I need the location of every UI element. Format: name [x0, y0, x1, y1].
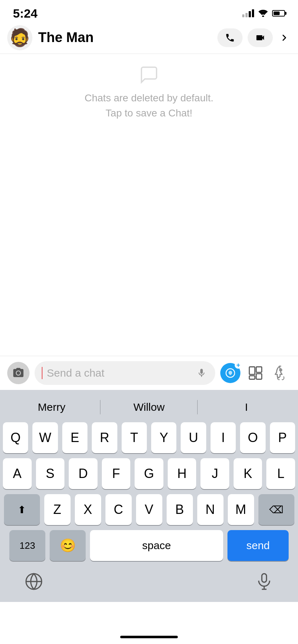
svg-rect-3 — [249, 367, 255, 374]
key-rows: Q W E R T Y U I O P A S D F G H J K L ⬆ … — [3, 422, 295, 566]
key-row-4: 123 😊 space send — [3, 530, 295, 561]
sticker-icon — [247, 365, 264, 381]
key-k[interactable]: K — [234, 458, 262, 489]
battery-icon — [272, 10, 285, 17]
wifi-icon — [258, 10, 268, 17]
video-button[interactable] — [248, 28, 273, 47]
svg-point-0 — [262, 15, 264, 17]
key-n[interactable]: N — [197, 494, 224, 525]
send-key[interactable]: send — [227, 530, 289, 561]
key-l[interactable]: L — [266, 458, 295, 489]
key-z[interactable]: Z — [44, 494, 71, 525]
mic-input-icon — [197, 368, 207, 378]
key-row-3: ⬆ Z X C V B N M ⌫ — [3, 494, 295, 525]
camera-button[interactable] — [7, 362, 30, 384]
key-v[interactable]: V — [136, 494, 162, 525]
camera-icon — [12, 367, 24, 379]
shift-key[interactable]: ⬆ — [4, 494, 40, 525]
sticker-button[interactable] — [245, 363, 266, 383]
key-s[interactable]: S — [36, 458, 65, 489]
key-c[interactable]: C — [105, 494, 132, 525]
snap-button-wrap: + — [220, 363, 240, 383]
chat-empty-icon — [139, 65, 159, 85]
signal-icon — [242, 9, 254, 17]
delete-key[interactable]: ⌫ — [258, 494, 294, 525]
emoji-key[interactable]: 😊 — [50, 530, 86, 561]
snap-button[interactable]: + — [220, 363, 240, 383]
key-row-1: Q W E R T Y U I O P — [3, 422, 295, 453]
key-g[interactable]: G — [135, 458, 163, 489]
chat-placeholder: Send a chat — [47, 367, 191, 379]
more-button[interactable] — [278, 31, 291, 44]
rocket-button[interactable] — [271, 363, 291, 383]
chat-header: 🧔 The Man — [0, 22, 298, 54]
key-u[interactable]: U — [181, 422, 206, 453]
mic-keyboard-icon — [255, 572, 274, 591]
snap-plus-icon: + — [235, 362, 242, 369]
bottom-bar — [3, 566, 295, 602]
home-indicator — [120, 636, 178, 638]
key-r[interactable]: R — [92, 422, 117, 453]
svg-point-1 — [17, 371, 20, 375]
chat-area: Chats are deleted by default. Tap to sav… — [0, 54, 298, 356]
snap-icon — [225, 367, 236, 379]
space-key[interactable]: space — [90, 530, 223, 561]
globe-icon — [24, 572, 43, 591]
autocomplete-i[interactable]: I — [198, 395, 295, 419]
key-x[interactable]: X — [75, 494, 101, 525]
rocket-icon — [272, 365, 289, 381]
key-t[interactable]: T — [122, 422, 147, 453]
status-bar: 5:24 — [0, 0, 298, 22]
svg-rect-9 — [262, 574, 267, 582]
autocomplete-row: Merry Willow I — [3, 395, 295, 419]
video-icon — [255, 33, 265, 43]
header-actions — [217, 28, 291, 47]
svg-rect-5 — [256, 374, 262, 379]
mic-button[interactable] — [255, 572, 274, 592]
key-m[interactable]: M — [228, 494, 254, 525]
key-a[interactable]: A — [3, 458, 32, 489]
mic-input-button[interactable] — [195, 367, 208, 380]
key-p[interactable]: P — [270, 422, 295, 453]
key-h[interactable]: H — [168, 458, 197, 489]
key-row-2: A S D F G H J K L — [3, 458, 295, 489]
key-y[interactable]: Y — [151, 422, 176, 453]
key-w[interactable]: W — [32, 422, 58, 453]
phone-button[interactable] — [217, 28, 243, 47]
key-i[interactable]: I — [211, 422, 236, 453]
numbers-key[interactable]: 123 — [9, 530, 45, 561]
status-time: 5:24 — [13, 6, 37, 20]
status-icons — [242, 9, 285, 17]
chat-empty-text[interactable]: Chats are deleted by default. Tap to sav… — [85, 91, 213, 121]
chat-input[interactable]: Send a chat — [35, 361, 215, 385]
svg-rect-6 — [249, 376, 255, 380]
autocomplete-merry[interactable]: Merry — [3, 395, 100, 419]
phone-icon — [225, 33, 235, 43]
contact-name[interactable]: The Man — [38, 30, 217, 45]
key-o[interactable]: O — [240, 422, 265, 453]
globe-button[interactable] — [24, 572, 43, 592]
key-e[interactable]: E — [62, 422, 87, 453]
key-f[interactable]: F — [102, 458, 131, 489]
key-d[interactable]: D — [69, 458, 98, 489]
avatar[interactable]: 🧔 — [7, 25, 32, 50]
svg-rect-4 — [256, 367, 262, 372]
input-bar: Send a chat + — [0, 356, 298, 390]
key-j[interactable]: J — [200, 458, 229, 489]
text-cursor — [42, 367, 42, 379]
chevron-right-icon — [279, 33, 289, 43]
key-b[interactable]: B — [167, 494, 193, 525]
autocomplete-willow[interactable]: Willow — [100, 395, 198, 419]
key-q[interactable]: Q — [3, 422, 28, 453]
keyboard: Merry Willow I Q W E R T Y U I O P A S D… — [0, 390, 298, 602]
